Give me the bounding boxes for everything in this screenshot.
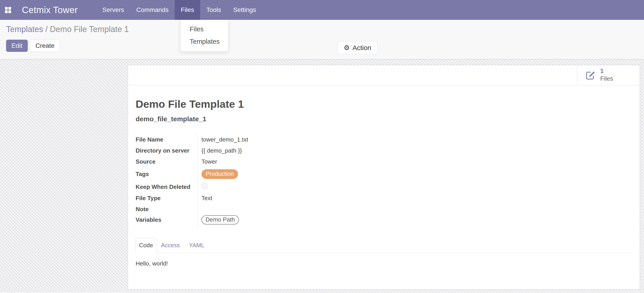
record-title: Demo File Template 1 <box>136 98 632 110</box>
code-tab-content: Hello, world! <box>136 260 632 267</box>
record-sheet: 1 Files Demo File Template 1 demo_file_t… <box>128 65 640 290</box>
tab-code[interactable]: Code <box>136 238 156 253</box>
field-row-source: Source Tower <box>136 156 248 167</box>
field-row-note: Note <box>136 204 248 213</box>
stat-button-strip: 1 Files <box>128 65 640 85</box>
control-panel: Templates / Demo File Template 1 Edit Cr… <box>0 20 644 59</box>
field-table: File Name tower_demo_1.txt Directory on … <box>136 134 248 227</box>
field-label-file-name: File Name <box>136 134 197 145</box>
tag-production[interactable]: Production <box>202 169 238 179</box>
field-row-directory: Directory on server {{ demo_path }} <box>136 145 248 156</box>
field-row-tags: Tags Production <box>136 167 248 181</box>
field-value-source: Tower <box>197 156 248 167</box>
breadcrumb-templates-link[interactable]: Templates <box>6 24 43 34</box>
field-value-file-type: Text <box>197 193 248 204</box>
menu-item-tools[interactable]: Tools <box>200 0 227 20</box>
notebook-tabs: Code Access YAML <box>136 238 632 253</box>
keep-when-deleted-checkbox[interactable] <box>202 183 208 189</box>
action-button-label: Action <box>352 44 371 52</box>
control-buttons: Edit Create <box>6 40 644 52</box>
apps-menu-button[interactable] <box>0 0 16 20</box>
variable-demo-path-pill[interactable]: Demo Path <box>202 215 239 225</box>
field-value-directory: {{ demo_path }} <box>197 145 248 156</box>
menu-item-settings[interactable]: Settings <box>227 0 262 20</box>
files-stat-button[interactable]: 1 Files <box>577 65 640 85</box>
edit-button[interactable]: Edit <box>6 40 28 52</box>
field-label-file-type: File Type <box>136 193 197 204</box>
action-button[interactable]: ⚙ Action <box>338 41 377 54</box>
dropdown-item-files[interactable]: Files <box>180 23 228 35</box>
stat-text: 1 Files <box>600 67 613 83</box>
field-row-variables: Variables Demo Path <box>136 213 248 227</box>
dropdown-item-templates[interactable]: Templates <box>180 35 228 48</box>
app-brand[interactable]: Cetmix Tower <box>16 0 84 20</box>
field-label-source: Source <box>136 156 197 167</box>
edit-note-icon <box>585 70 595 80</box>
field-row-file-name: File Name tower_demo_1.txt <box>136 134 248 145</box>
main-menu: Servers Commands Files Tools Settings <box>96 0 262 20</box>
gear-icon: ⚙ <box>344 44 350 51</box>
apps-grid-icon <box>5 7 11 13</box>
record-reference: demo_file_template_1 <box>136 115 632 123</box>
stat-count: 1 <box>600 67 613 75</box>
create-button[interactable]: Create <box>30 40 60 52</box>
form-view-background: 1 Files Demo File Template 1 demo_file_t… <box>0 59 644 293</box>
top-navbar: Cetmix Tower Servers Commands Files Tool… <box>0 0 644 20</box>
breadcrumb-separator: / <box>43 24 50 34</box>
breadcrumb-current: Demo File Template 1 <box>50 24 129 34</box>
tab-yaml[interactable]: YAML <box>184 238 209 253</box>
menu-item-commands[interactable]: Commands <box>130 0 175 20</box>
field-label-directory: Directory on server <box>136 145 197 156</box>
field-value-note <box>197 204 248 213</box>
menu-item-files[interactable]: Files <box>175 0 200 20</box>
breadcrumb: Templates / Demo File Template 1 <box>6 24 644 34</box>
field-label-variables: Variables <box>136 213 197 227</box>
field-row-keep-when-deleted: Keep When Deleted <box>136 181 248 193</box>
tab-access[interactable]: Access <box>156 238 184 253</box>
field-row-file-type: File Type Text <box>136 193 248 204</box>
field-label-tags: Tags <box>136 167 197 181</box>
stat-label: Files <box>600 75 613 83</box>
files-dropdown-menu: Files Templates <box>180 20 228 52</box>
menu-item-servers[interactable]: Servers <box>96 0 130 20</box>
field-label-note: Note <box>136 204 197 213</box>
field-value-file-name: tower_demo_1.txt <box>197 134 248 145</box>
sheet-body: Demo File Template 1 demo_file_template_… <box>128 85 640 267</box>
field-label-keep-when-deleted: Keep When Deleted <box>136 181 197 193</box>
